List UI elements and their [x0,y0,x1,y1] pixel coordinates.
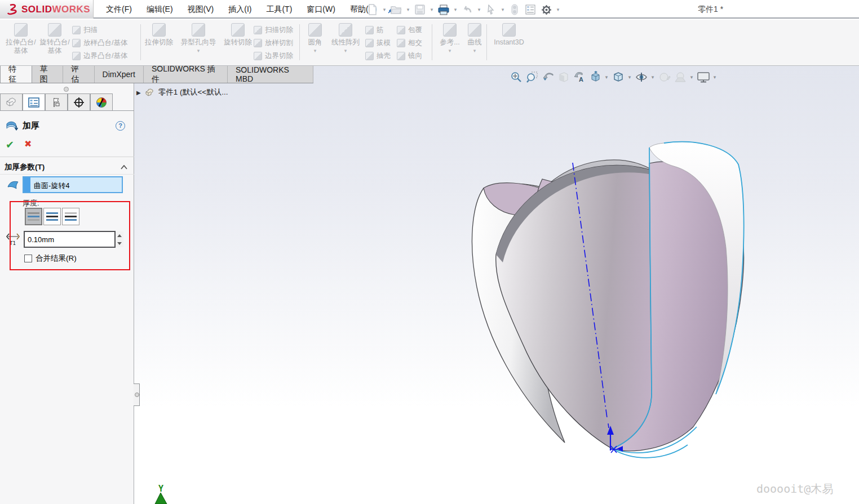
boundary-boss-icon [72,52,81,60]
fillet-button[interactable]: 圆角 ▾ [303,23,327,63]
menu-view[interactable]: 视图(V) [180,0,222,19]
menu-insert[interactable]: 插入(I) [221,0,259,19]
save-caret[interactable]: ▾ [428,7,435,12]
intersect-button[interactable]: 相交 [397,37,427,48]
thicken-side2-button[interactable] [62,208,79,225]
gear-caret[interactable]: ▾ [555,7,561,12]
graphics-area[interactable]: A ▾ ▾ ▾ ▾ ▾ ▶ [134,66,859,504]
cancel-button[interactable]: ✖ [24,139,32,153]
gear-icon[interactable] [539,2,554,17]
thicken-feature-icon [6,120,18,131]
manager-tab-bar [0,93,134,111]
extrude-boss-button[interactable]: 拉伸凸台/基体 [5,23,37,63]
mirror-button[interactable]: 镜向 [397,50,427,61]
thicken-both-sides-button[interactable] [43,208,61,225]
display-manager-icon[interactable] [90,93,113,110]
spinner-up-button[interactable] [116,231,123,239]
thicken-side1-button[interactable] [25,208,42,225]
curves-caret[interactable]: ▾ [473,48,476,53]
lofted-cut-button[interactable]: 放样切割 [254,37,296,48]
thickness-value-input[interactable] [24,231,116,248]
panel-splitter-handle[interactable] [64,87,69,92]
thicken-parameters-header[interactable]: 加厚参数(T) [0,160,134,175]
save-icon[interactable] [413,2,427,17]
open-caret[interactable]: ▾ [405,7,411,12]
tab-dimxpert[interactable]: DimXpert [95,66,144,83]
print-caret[interactable]: ▾ [452,7,459,12]
tab-sketch[interactable]: 草图 [32,66,64,83]
revolved-cut-icon [231,23,245,37]
reference-geometry-button[interactable]: 参考... ▾ [436,23,463,63]
panel-width-splitter[interactable] [134,383,140,406]
selection-filter-icon[interactable] [507,2,522,17]
solidworks-logo: SOLIDWORKS [0,0,94,19]
thickness-spinner [116,231,123,247]
new-document-caret[interactable]: ▾ [381,7,388,12]
menu-file[interactable]: 文件(F) [99,0,139,19]
open-icon[interactable] [389,2,404,17]
brand-works: WORKS [52,4,90,15]
merge-result-checkbox[interactable] [24,255,32,262]
hole-wizard-caret[interactable]: ▾ [197,48,200,53]
swept-cut-icon [254,26,262,34]
featuremanager-tree-icon[interactable] [0,93,23,110]
model-tulip-surfaces[interactable] [134,66,859,504]
configuration-manager-icon[interactable] [45,93,68,110]
fillet-caret[interactable]: ▾ [314,48,317,53]
brand-solid: SOLID [21,4,52,15]
extruded-cut-button[interactable]: 拉伸切除 [144,23,174,63]
extruded-cut-icon [152,23,166,37]
surface-selection-icon [7,180,19,190]
menu-edit[interactable]: 编辑(E) [139,0,180,19]
dimxpert-manager-icon[interactable] [68,93,90,110]
select-caret[interactable]: ▾ [499,7,506,12]
undo-icon[interactable] [460,2,475,17]
revolve-boss-icon [48,23,61,37]
lofted-boss-button[interactable]: 放样凸台/基体 [72,37,138,48]
new-document-icon[interactable] [365,2,380,17]
spinner-down-button[interactable] [116,239,123,247]
options-list-icon[interactable] [523,2,538,17]
swept-cut-button[interactable]: 扫描切除 [254,24,296,35]
selection-strip [24,177,30,192]
rib-button[interactable]: 筋 [365,24,396,35]
wrap-button[interactable]: 包覆 [397,24,427,35]
property-manager-panel: 加厚 ? ✔ ✖ 加厚参数(T) 曲面-旋转4 厚度: [0,83,134,504]
boundary-cut-button[interactable]: 边界切除 [254,50,296,61]
hole-wizard-button[interactable]: 异型孔向导 ▾ [175,23,222,63]
hole-wizard-icon [192,23,205,37]
swept-boss-button[interactable]: 扫描 [72,24,138,35]
ok-button[interactable]: ✔ [6,139,14,153]
print-icon[interactable] [436,2,451,17]
instant3d-button[interactable]: Instant3D [490,23,528,63]
intersect-icon [397,39,405,47]
lofted-cut-icon [254,39,262,47]
linear-pattern-caret[interactable]: ▾ [344,48,347,53]
menu-window[interactable]: 窗口(W) [299,0,343,19]
tab-solidworks-mbd[interactable]: SOLIDWORKS MBD [228,66,313,83]
shell-button[interactable]: 抽壳 [365,50,396,61]
property-manager-icon[interactable] [23,93,45,110]
thickness-direction-buttons [25,208,79,225]
revolve-boss-button[interactable]: 旋转凸台/基体 [38,23,71,63]
select-icon[interactable] [484,2,498,17]
tab-features[interactable]: 特征 [0,66,32,83]
menu-tools[interactable]: 工具(T) [259,0,299,19]
undo-caret[interactable]: ▾ [476,7,482,12]
collapse-chevron-icon[interactable] [121,165,127,170]
extrude-boss-icon [14,23,28,37]
boundary-boss-button[interactable]: 边界凸台/基体 [72,50,138,61]
linear-pattern-icon [339,23,352,37]
curves-button[interactable]: 曲线 ▾ [464,23,485,63]
help-icon[interactable]: ? [116,121,125,131]
revolved-cut-button[interactable]: 旋转切除 [223,23,253,63]
reference-caret[interactable]: ▾ [449,48,451,53]
fillet-icon [308,23,322,37]
tab-solidworks-addins[interactable]: SOLIDWORKS 插件 [144,66,228,83]
draft-button[interactable]: 拔模 [365,37,396,48]
lofted-boss-icon [72,39,81,47]
tab-evaluate[interactable]: 评估 [63,66,95,83]
quick-access-toolbar: ▾ ▾ ▾ ▾ ▾ ▾ ▾ [365,2,561,17]
linear-pattern-button[interactable]: 线性阵列 ▾ [328,23,363,63]
thicken-selection-listbox[interactable]: 曲面-旋转4 [23,176,123,193]
